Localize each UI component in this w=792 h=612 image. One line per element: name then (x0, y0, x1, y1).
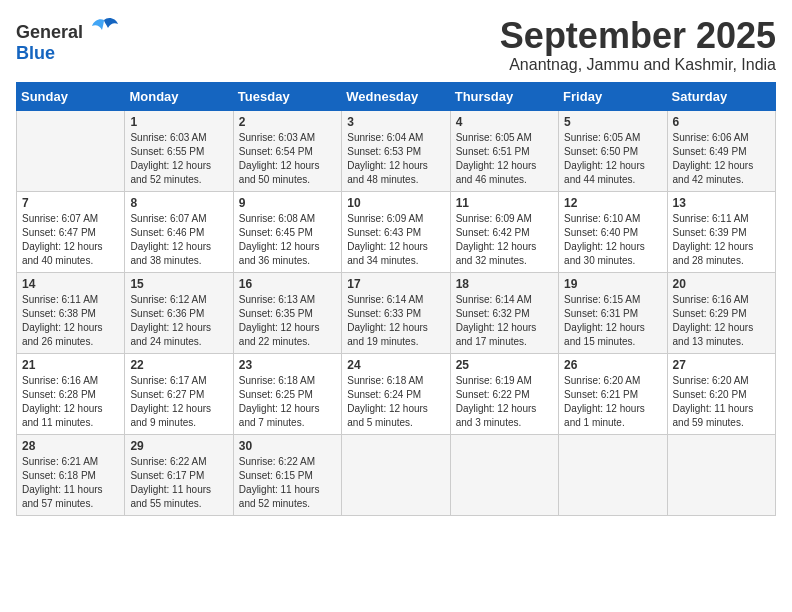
weekday-header-row: SundayMondayTuesdayWednesdayThursdayFrid… (17, 82, 776, 110)
calendar-cell (667, 434, 775, 515)
day-number: 24 (347, 358, 444, 372)
weekday-header-sunday: Sunday (17, 82, 125, 110)
day-number: 11 (456, 196, 553, 210)
calendar-cell: 11Sunrise: 6:09 AM Sunset: 6:42 PM Dayli… (450, 191, 558, 272)
calendar-cell: 2Sunrise: 6:03 AM Sunset: 6:54 PM Daylig… (233, 110, 341, 191)
calendar-header: SundayMondayTuesdayWednesdayThursdayFrid… (17, 82, 776, 110)
calendar-cell: 13Sunrise: 6:11 AM Sunset: 6:39 PM Dayli… (667, 191, 775, 272)
cell-content: Sunrise: 6:22 AM Sunset: 6:15 PM Dayligh… (239, 455, 336, 511)
logo-blue: Blue (16, 43, 55, 63)
cell-content: Sunrise: 6:19 AM Sunset: 6:22 PM Dayligh… (456, 374, 553, 430)
cell-content: Sunrise: 6:18 AM Sunset: 6:24 PM Dayligh… (347, 374, 444, 430)
weekday-header-tuesday: Tuesday (233, 82, 341, 110)
weekday-header-friday: Friday (559, 82, 667, 110)
title-area: September 2025 Anantnag, Jammu and Kashm… (500, 16, 776, 74)
day-number: 2 (239, 115, 336, 129)
calendar-cell: 28Sunrise: 6:21 AM Sunset: 6:18 PM Dayli… (17, 434, 125, 515)
day-number: 8 (130, 196, 227, 210)
calendar-cell: 8Sunrise: 6:07 AM Sunset: 6:46 PM Daylig… (125, 191, 233, 272)
day-number: 21 (22, 358, 119, 372)
day-number: 18 (456, 277, 553, 291)
weekday-header-wednesday: Wednesday (342, 82, 450, 110)
calendar-cell: 3Sunrise: 6:04 AM Sunset: 6:53 PM Daylig… (342, 110, 450, 191)
day-number: 12 (564, 196, 661, 210)
day-number: 17 (347, 277, 444, 291)
cell-content: Sunrise: 6:18 AM Sunset: 6:25 PM Dayligh… (239, 374, 336, 430)
cell-content: Sunrise: 6:14 AM Sunset: 6:33 PM Dayligh… (347, 293, 444, 349)
day-number: 4 (456, 115, 553, 129)
day-number: 27 (673, 358, 770, 372)
cell-content: Sunrise: 6:20 AM Sunset: 6:20 PM Dayligh… (673, 374, 770, 430)
cell-content: Sunrise: 6:04 AM Sunset: 6:53 PM Dayligh… (347, 131, 444, 187)
calendar-cell: 18Sunrise: 6:14 AM Sunset: 6:32 PM Dayli… (450, 272, 558, 353)
cell-content: Sunrise: 6:07 AM Sunset: 6:47 PM Dayligh… (22, 212, 119, 268)
day-number: 6 (673, 115, 770, 129)
weekday-header-saturday: Saturday (667, 82, 775, 110)
cell-content: Sunrise: 6:13 AM Sunset: 6:35 PM Dayligh… (239, 293, 336, 349)
calendar-cell: 19Sunrise: 6:15 AM Sunset: 6:31 PM Dayli… (559, 272, 667, 353)
logo-text: General Blue (16, 16, 118, 64)
day-number: 13 (673, 196, 770, 210)
cell-content: Sunrise: 6:09 AM Sunset: 6:43 PM Dayligh… (347, 212, 444, 268)
calendar-cell: 22Sunrise: 6:17 AM Sunset: 6:27 PM Dayli… (125, 353, 233, 434)
calendar-cell: 10Sunrise: 6:09 AM Sunset: 6:43 PM Dayli… (342, 191, 450, 272)
day-number: 25 (456, 358, 553, 372)
calendar-cell: 16Sunrise: 6:13 AM Sunset: 6:35 PM Dayli… (233, 272, 341, 353)
day-number: 19 (564, 277, 661, 291)
calendar-cell: 23Sunrise: 6:18 AM Sunset: 6:25 PM Dayli… (233, 353, 341, 434)
day-number: 14 (22, 277, 119, 291)
location-title: Anantnag, Jammu and Kashmir, India (500, 56, 776, 74)
calendar-week-row: 14Sunrise: 6:11 AM Sunset: 6:38 PM Dayli… (17, 272, 776, 353)
calendar-week-row: 1Sunrise: 6:03 AM Sunset: 6:55 PM Daylig… (17, 110, 776, 191)
weekday-header-monday: Monday (125, 82, 233, 110)
day-number: 22 (130, 358, 227, 372)
calendar-cell: 21Sunrise: 6:16 AM Sunset: 6:28 PM Dayli… (17, 353, 125, 434)
day-number: 1 (130, 115, 227, 129)
calendar-cell (342, 434, 450, 515)
weekday-header-thursday: Thursday (450, 82, 558, 110)
calendar-cell: 26Sunrise: 6:20 AM Sunset: 6:21 PM Dayli… (559, 353, 667, 434)
calendar-cell: 9Sunrise: 6:08 AM Sunset: 6:45 PM Daylig… (233, 191, 341, 272)
header: General Blue September 2025 Anantnag, Ja… (16, 16, 776, 74)
calendar-cell (17, 110, 125, 191)
calendar-cell (559, 434, 667, 515)
day-number: 7 (22, 196, 119, 210)
cell-content: Sunrise: 6:09 AM Sunset: 6:42 PM Dayligh… (456, 212, 553, 268)
calendar-cell: 20Sunrise: 6:16 AM Sunset: 6:29 PM Dayli… (667, 272, 775, 353)
cell-content: Sunrise: 6:08 AM Sunset: 6:45 PM Dayligh… (239, 212, 336, 268)
day-number: 3 (347, 115, 444, 129)
day-number: 15 (130, 277, 227, 291)
cell-content: Sunrise: 6:11 AM Sunset: 6:38 PM Dayligh… (22, 293, 119, 349)
calendar-cell: 6Sunrise: 6:06 AM Sunset: 6:49 PM Daylig… (667, 110, 775, 191)
calendar-cell: 29Sunrise: 6:22 AM Sunset: 6:17 PM Dayli… (125, 434, 233, 515)
day-number: 16 (239, 277, 336, 291)
cell-content: Sunrise: 6:03 AM Sunset: 6:55 PM Dayligh… (130, 131, 227, 187)
cell-content: Sunrise: 6:17 AM Sunset: 6:27 PM Dayligh… (130, 374, 227, 430)
calendar-cell: 4Sunrise: 6:05 AM Sunset: 6:51 PM Daylig… (450, 110, 558, 191)
cell-content: Sunrise: 6:06 AM Sunset: 6:49 PM Dayligh… (673, 131, 770, 187)
calendar-cell: 15Sunrise: 6:12 AM Sunset: 6:36 PM Dayli… (125, 272, 233, 353)
cell-content: Sunrise: 6:20 AM Sunset: 6:21 PM Dayligh… (564, 374, 661, 430)
calendar-cell: 5Sunrise: 6:05 AM Sunset: 6:50 PM Daylig… (559, 110, 667, 191)
day-number: 10 (347, 196, 444, 210)
cell-content: Sunrise: 6:05 AM Sunset: 6:50 PM Dayligh… (564, 131, 661, 187)
cell-content: Sunrise: 6:21 AM Sunset: 6:18 PM Dayligh… (22, 455, 119, 511)
cell-content: Sunrise: 6:16 AM Sunset: 6:28 PM Dayligh… (22, 374, 119, 430)
calendar-cell: 12Sunrise: 6:10 AM Sunset: 6:40 PM Dayli… (559, 191, 667, 272)
month-title: September 2025 (500, 16, 776, 56)
calendar-table: SundayMondayTuesdayWednesdayThursdayFrid… (16, 82, 776, 516)
cell-content: Sunrise: 6:12 AM Sunset: 6:36 PM Dayligh… (130, 293, 227, 349)
calendar-body: 1Sunrise: 6:03 AM Sunset: 6:55 PM Daylig… (17, 110, 776, 515)
cell-content: Sunrise: 6:03 AM Sunset: 6:54 PM Dayligh… (239, 131, 336, 187)
calendar-cell: 24Sunrise: 6:18 AM Sunset: 6:24 PM Dayli… (342, 353, 450, 434)
calendar-cell: 30Sunrise: 6:22 AM Sunset: 6:15 PM Dayli… (233, 434, 341, 515)
calendar-week-row: 28Sunrise: 6:21 AM Sunset: 6:18 PM Dayli… (17, 434, 776, 515)
cell-content: Sunrise: 6:22 AM Sunset: 6:17 PM Dayligh… (130, 455, 227, 511)
day-number: 28 (22, 439, 119, 453)
cell-content: Sunrise: 6:14 AM Sunset: 6:32 PM Dayligh… (456, 293, 553, 349)
cell-content: Sunrise: 6:07 AM Sunset: 6:46 PM Dayligh… (130, 212, 227, 268)
cell-content: Sunrise: 6:10 AM Sunset: 6:40 PM Dayligh… (564, 212, 661, 268)
calendar-cell (450, 434, 558, 515)
calendar-week-row: 21Sunrise: 6:16 AM Sunset: 6:28 PM Dayli… (17, 353, 776, 434)
day-number: 5 (564, 115, 661, 129)
